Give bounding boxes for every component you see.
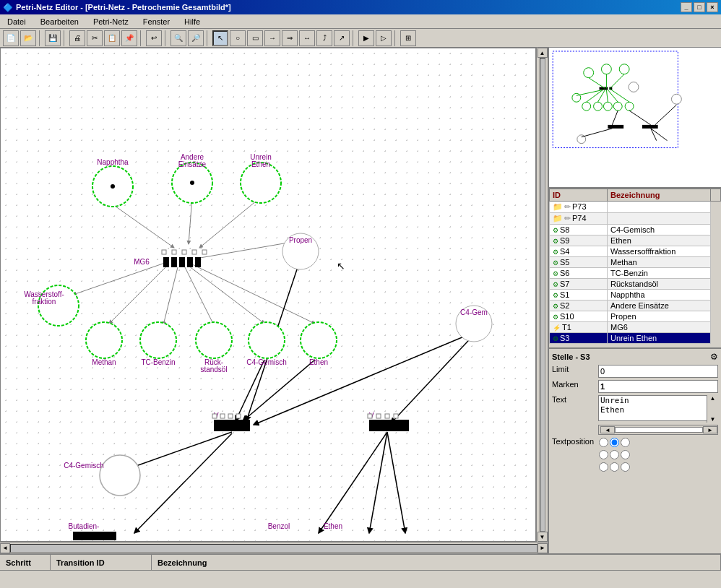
- right-panel: ID Bezeichnung 📁✏P73📁✏P74⚙S8C4-Gemisch⚙S…: [548, 48, 721, 553]
- table-row[interactable]: ⚙S3Unrein Ethen: [550, 333, 721, 344]
- scroll-left-button[interactable]: ◄: [0, 543, 10, 553]
- textpos-mc[interactable]: [610, 450, 619, 459]
- menu-bearbeiten[interactable]: Bearbeiten: [36, 16, 83, 27]
- row-id: ⚙S7: [550, 279, 608, 290]
- textpos-tl[interactable]: [599, 438, 608, 447]
- canvas-area[interactable]: Napphtha Andere Einsätze Unrein Ethen: [0, 48, 536, 542]
- save-button[interactable]: 💾: [45, 30, 61, 46]
- svg-point-93: [671, 94, 681, 104]
- text-scroll-down[interactable]: ▼: [710, 416, 716, 423]
- svg-rect-68: [368, 414, 372, 418]
- separator4: [165, 30, 168, 46]
- undo-button[interactable]: ↩: [146, 30, 162, 46]
- marken-label: Marken: [552, 380, 595, 389]
- text-textarea[interactable]: Unrein Ethen: [598, 395, 718, 421]
- play-button[interactable]: ▶: [358, 30, 374, 46]
- table-row[interactable]: ⚙S1Napphtha: [550, 290, 721, 301]
- app-icon: 🔷: [3, 3, 13, 12]
- table-row[interactable]: 📁✏P73: [550, 202, 721, 213]
- svg-line-3: [73, 262, 167, 295]
- svg-line-16: [134, 433, 232, 533]
- minimize-button[interactable]: _: [681, 2, 692, 12]
- arc-tool[interactable]: →: [264, 30, 280, 46]
- table-row[interactable]: ⚙S4Wassersofffraktion: [550, 246, 721, 257]
- svg-line-18: [369, 432, 387, 533]
- open-button[interactable]: 📂: [20, 30, 36, 46]
- svg-rect-41: [202, 250, 207, 254]
- gear-icon[interactable]: ⚙: [710, 352, 718, 362]
- scroll-right-button[interactable]: ►: [537, 543, 548, 553]
- textpos-tc[interactable]: [610, 438, 619, 447]
- textpos-br[interactable]: [621, 462, 630, 472]
- svg-text:C4-Gemisch: C4-Gemisch: [246, 358, 287, 366]
- horizontal-scrollbar[interactable]: ◄ ►: [0, 542, 548, 553]
- step-button[interactable]: ▷: [376, 30, 392, 46]
- hscroll-track[interactable]: [10, 544, 537, 553]
- svg-line-4: [109, 266, 167, 324]
- textpos-mr[interactable]: [621, 450, 630, 459]
- tool-7[interactable]: ↗: [334, 30, 350, 46]
- svg-point-72: [100, 455, 140, 496]
- menu-datei[interactable]: Datei: [3, 16, 30, 27]
- marken-input[interactable]: [598, 380, 718, 393]
- paste-button[interactable]: 📌: [121, 30, 137, 46]
- text-hscroll-right[interactable]: ►: [703, 426, 717, 433]
- textpos-ml[interactable]: [599, 450, 608, 459]
- row-id: ⚙S5: [550, 257, 608, 268]
- grid-button[interactable]: ⊞: [400, 30, 416, 46]
- svg-text:Ethen: Ethen: [251, 160, 270, 168]
- table-row[interactable]: ⚙S9Ethen: [550, 235, 721, 246]
- petri-net-canvas[interactable]: Napphtha Andere Einsätze Unrein Ethen: [1, 48, 535, 541]
- svg-rect-32: [171, 257, 177, 267]
- table-row[interactable]: ⚙S2Andere Einsätze: [550, 301, 721, 311]
- svg-point-81: [584, 68, 594, 78]
- textposition-grid: [598, 437, 718, 472]
- scroll-up-button[interactable]: ▲: [537, 48, 548, 58]
- table-row[interactable]: ⚙S6TC-Benzin: [550, 268, 721, 279]
- table-row[interactable]: 📁✏P74: [550, 213, 721, 225]
- vscroll-track[interactable]: [540, 58, 545, 532]
- svg-text:Ethen: Ethen: [324, 522, 342, 530]
- table-row[interactable]: ⚙S10Propen: [550, 311, 721, 322]
- new-button[interactable]: 📄: [3, 30, 19, 46]
- textpos-bc[interactable]: [610, 462, 619, 472]
- place-tool[interactable]: ○: [230, 30, 246, 46]
- close-button[interactable]: ×: [707, 2, 718, 12]
- svg-point-58: [301, 322, 337, 358]
- select-button[interactable]: ↖: [212, 30, 228, 46]
- marken-row: Marken: [552, 380, 718, 393]
- table-row[interactable]: ⚡T1MG6: [550, 322, 721, 333]
- arc-tool2[interactable]: ⇒: [282, 30, 298, 46]
- menu-fenster[interactable]: Fenster: [139, 16, 174, 27]
- canvas-with-vscroll: Napphtha Andere Einsätze Unrein Ethen: [0, 48, 548, 542]
- print-button[interactable]: 🖨: [69, 30, 85, 46]
- transition-tool[interactable]: ▭: [247, 30, 263, 46]
- textpos-tr[interactable]: [621, 438, 630, 447]
- table-row[interactable]: ⚙S8C4-Gemisch: [550, 225, 721, 235]
- cut-button[interactable]: ✂: [87, 30, 103, 46]
- svg-text:Methan: Methan: [92, 358, 116, 366]
- svg-rect-71: [394, 414, 398, 418]
- text-hscroll-track[interactable]: [615, 427, 703, 433]
- zoom-out-button[interactable]: 🔍: [170, 30, 186, 46]
- vertical-scrollbar[interactable]: ▲ ▼: [536, 48, 548, 542]
- svg-line-7: [189, 266, 264, 324]
- text-scroll-row: ◄ ►: [552, 425, 718, 435]
- zoom-in-button[interactable]: 🔎: [188, 30, 204, 46]
- menu-hilfe[interactable]: Hilfe: [180, 16, 204, 27]
- menu-petri-netz[interactable]: Petri-Netz: [89, 16, 133, 27]
- table-row[interactable]: ⚙S7Rückstandsöl: [550, 279, 721, 290]
- arc-tool3[interactable]: ↔: [299, 30, 315, 46]
- tool-6[interactable]: ⤴: [316, 30, 332, 46]
- text-hscroll[interactable]: ◄: [600, 426, 615, 433]
- svg-rect-74: [73, 532, 116, 540]
- table-row[interactable]: ⚙S5Methan: [550, 257, 721, 268]
- limit-input[interactable]: [598, 365, 718, 378]
- row-id: ⚙S9: [550, 235, 608, 246]
- scroll-down-button[interactable]: ▼: [537, 532, 548, 542]
- text-scroll-up[interactable]: ▲: [710, 395, 716, 402]
- copy-button[interactable]: 📋: [104, 30, 120, 46]
- svg-line-13: [391, 331, 478, 423]
- maximize-button[interactable]: □: [694, 2, 705, 12]
- textpos-bl[interactable]: [599, 462, 608, 472]
